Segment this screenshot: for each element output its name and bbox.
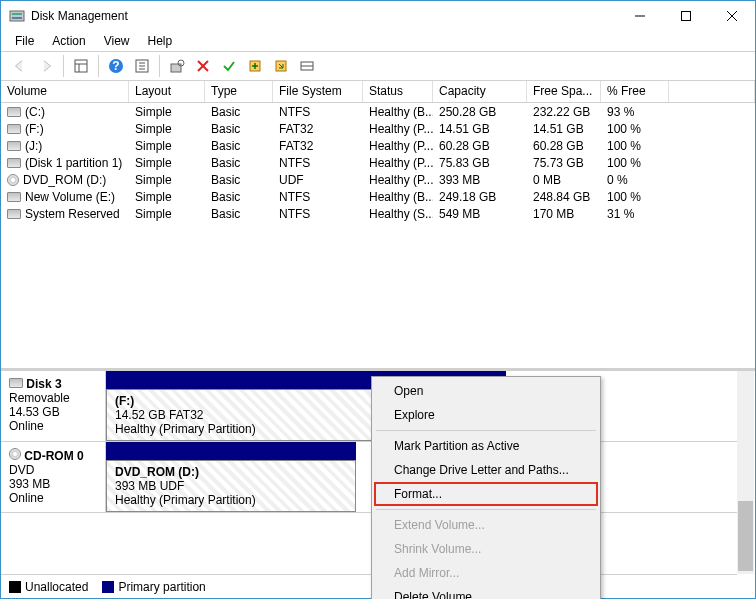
cell-layout: Simple: [129, 190, 205, 204]
cell-type: Basic: [205, 190, 273, 204]
toolbar-check-button[interactable]: [217, 54, 241, 78]
cell-type: Basic: [205, 105, 273, 119]
partition-cdrom-d[interactable]: DVD_ROM (D:) 393 MB UDF Healthy (Primary…: [106, 442, 356, 512]
svg-rect-7: [75, 60, 87, 72]
col-status[interactable]: Status: [363, 81, 433, 102]
maximize-button[interactable]: [663, 1, 709, 31]
table-row[interactable]: System ReservedSimpleBasicNTFSHealthy (S…: [1, 205, 755, 222]
menu-view[interactable]: View: [96, 32, 138, 50]
disk-label-disk3[interactable]: Disk 3 Removable 14.53 GB Online: [1, 371, 106, 441]
partition-name: DVD_ROM (D:): [115, 465, 347, 479]
col-volume[interactable]: Volume: [1, 81, 129, 102]
disk-row-disk3: Disk 3 Removable 14.53 GB Online (F:) 14…: [1, 371, 737, 442]
ctx-explore[interactable]: Explore: [374, 403, 598, 427]
cell-fs: UDF: [273, 173, 363, 187]
cell-pct: 31 %: [601, 207, 669, 221]
svg-rect-0: [10, 11, 24, 21]
disk-size: 14.53 GB: [9, 405, 60, 419]
partition-status: Healthy (Primary Partition): [115, 493, 347, 507]
cell-layout: Simple: [129, 139, 205, 153]
cell-layout: Simple: [129, 122, 205, 136]
disk-title: Disk 3: [26, 377, 61, 391]
table-row[interactable]: (J:)SimpleBasicFAT32Healthy (P...60.28 G…: [1, 137, 755, 154]
drive-icon: [7, 124, 21, 134]
cell-type: Basic: [205, 173, 273, 187]
cell-pct: 100 %: [601, 139, 669, 153]
cell-type: Basic: [205, 156, 273, 170]
toolbar-delete-button[interactable]: [191, 54, 215, 78]
cell-type: Basic: [205, 207, 273, 221]
cell-capacity: 14.51 GB: [433, 122, 527, 136]
ctx-format[interactable]: Format...: [374, 482, 598, 506]
disk-status: Online: [9, 491, 44, 505]
scrollbar-vertical[interactable]: [737, 371, 754, 574]
table-row[interactable]: (F:)SimpleBasicFAT32Healthy (P...14.51 G…: [1, 120, 755, 137]
col-pct-free[interactable]: % Free: [601, 81, 669, 102]
cell-fs: NTFS: [273, 105, 363, 119]
ctx-delete-volume[interactable]: Delete Volume...: [374, 585, 598, 599]
toolbar-view-button[interactable]: [69, 54, 93, 78]
ctx-change-letter[interactable]: Change Drive Letter and Paths...: [374, 458, 598, 482]
cell-pct: 100 %: [601, 190, 669, 204]
toolbar-list-button[interactable]: [295, 54, 319, 78]
toolbar-properties-button[interactable]: [165, 54, 189, 78]
back-button: [8, 54, 32, 78]
menubar: File Action View Help: [1, 31, 755, 51]
cell-layout: Simple: [129, 105, 205, 119]
toolbar-refresh-button[interactable]: [269, 54, 293, 78]
cell-capacity: 75.83 GB: [433, 156, 527, 170]
menu-file[interactable]: File: [7, 32, 42, 50]
col-free[interactable]: Free Spa...: [527, 81, 601, 102]
col-extra[interactable]: [669, 81, 755, 102]
cell-capacity: 549 MB: [433, 207, 527, 221]
svg-text:?: ?: [112, 59, 119, 73]
cell-layout: Simple: [129, 207, 205, 221]
cell-fs: NTFS: [273, 207, 363, 221]
toolbar-settings-button[interactable]: [130, 54, 154, 78]
col-capacity[interactable]: Capacity: [433, 81, 527, 102]
disk-label-cdrom0[interactable]: CD-ROM 0 DVD 393 MB Online: [1, 442, 106, 512]
table-row[interactable]: New Volume (E:)SimpleBasicNTFSHealthy (B…: [1, 188, 755, 205]
help-button[interactable]: ?: [104, 54, 128, 78]
cell-pct: 93 %: [601, 105, 669, 119]
ctx-open[interactable]: Open: [374, 379, 598, 403]
cell-volume: New Volume (E:): [25, 190, 115, 204]
col-type[interactable]: Type: [205, 81, 273, 102]
cell-capacity: 393 MB: [433, 173, 527, 187]
ctx-extend: Extend Volume...: [374, 513, 598, 537]
cell-volume: System Reserved: [25, 207, 120, 221]
table-row[interactable]: (C:)SimpleBasicNTFSHealthy (B...250.28 G…: [1, 103, 755, 120]
cell-status: Healthy (B...: [363, 105, 433, 119]
toolbar: ?: [1, 51, 755, 81]
disk-type: DVD: [9, 463, 34, 477]
close-button[interactable]: [709, 1, 755, 31]
disk-size: 393 MB: [9, 477, 50, 491]
svg-rect-2: [12, 17, 22, 19]
ctx-mark-active[interactable]: Mark Partition as Active: [374, 434, 598, 458]
disk-management-icon: [9, 8, 25, 24]
minimize-button[interactable]: [617, 1, 663, 31]
table-row[interactable]: (Disk 1 partition 1)SimpleBasicNTFSHealt…: [1, 154, 755, 171]
disk-title: CD-ROM 0: [24, 449, 83, 463]
menu-action[interactable]: Action: [44, 32, 93, 50]
scrollbar-thumb[interactable]: [738, 501, 753, 571]
disc-icon: [7, 174, 19, 186]
cell-status: Healthy (P...: [363, 156, 433, 170]
cell-capacity: 60.28 GB: [433, 139, 527, 153]
cell-free: 170 MB: [527, 207, 601, 221]
partition-header: [106, 442, 356, 460]
cell-free: 75.73 GB: [527, 156, 601, 170]
drive-icon: [7, 158, 21, 168]
cell-status: Healthy (B...: [363, 190, 433, 204]
drive-icon: [7, 107, 21, 117]
cell-volume: (C:): [25, 105, 45, 119]
col-layout[interactable]: Layout: [129, 81, 205, 102]
col-filesystem[interactable]: File System: [273, 81, 363, 102]
cell-volume: DVD_ROM (D:): [23, 173, 106, 187]
toolbar-action-button[interactable]: [243, 54, 267, 78]
menu-help[interactable]: Help: [140, 32, 181, 50]
forward-button: [34, 54, 58, 78]
cell-free: 14.51 GB: [527, 122, 601, 136]
disc-icon: [9, 448, 21, 460]
table-row[interactable]: DVD_ROM (D:)SimpleBasicUDFHealthy (P...3…: [1, 171, 755, 188]
